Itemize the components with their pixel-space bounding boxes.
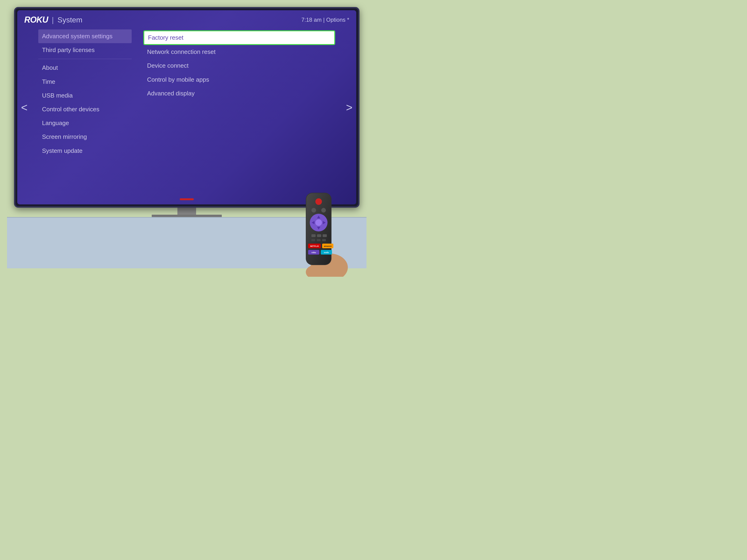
menu-item-control-other-devices[interactable]: Control other devices [38,102,132,116]
svg-point-6 [311,208,316,213]
svg-text:roku: roku [311,251,316,254]
logo-separator: | [52,16,54,24]
roku-logo: ROKU [24,15,48,25]
menu-item-language[interactable]: Language [38,116,132,130]
nav-arrow-left[interactable]: < [21,101,28,114]
nav-arrow-right[interactable]: > [346,101,353,114]
header-options: | Options * [323,17,349,23]
svg-rect-14 [311,234,316,237]
tv-screen: ROKU | System 7:18 am | Options * < > Ad… [17,10,356,205]
header-time-options: 7:18 am | Options * [301,17,349,23]
svg-rect-19 [322,239,326,241]
screen-content: Advanced system settings Third party lic… [24,29,349,200]
svg-rect-17 [311,239,315,241]
right-item-network-connection-reset[interactable]: Network connection reset [143,45,335,59]
remote-area: NETFLIX amazon roku vudu [287,188,348,278]
menu-divider [38,59,132,59]
right-item-advanced-display[interactable]: Advanced display [143,86,335,100]
svg-point-5 [315,198,322,205]
svg-point-7 [321,208,326,213]
page-wrapper: ROKU | System 7:18 am | Options * < > Ad… [7,7,366,273]
svg-rect-18 [317,239,320,241]
roku-logo-area: ROKU | System [24,15,82,25]
svg-rect-15 [317,234,321,237]
svg-text:NETFLIX: NETFLIX [310,245,319,247]
tv-frame: ROKU | System 7:18 am | Options * < > Ad… [14,7,360,208]
system-title: System [57,16,82,24]
tv-stand-neck [177,208,196,215]
remote-svg: NETFLIX amazon roku vudu [287,188,348,277]
menu-item-usb-media[interactable]: USB media [38,89,132,102]
menu-item-third-party-licenses[interactable]: Third party licenses [38,43,132,57]
svg-text:vudu: vudu [324,251,329,254]
header-time: 7:18 am [301,17,322,23]
menu-item-time[interactable]: Time [38,75,132,89]
svg-rect-16 [323,234,327,237]
svg-text:amazon: amazon [324,245,332,247]
right-item-device-connect[interactable]: Device connect [143,59,335,73]
menu-item-screen-mirroring[interactable]: Screen mirroring [38,130,132,144]
right-item-control-by-mobile-apps[interactable]: Control by mobile apps [143,73,335,86]
screen-header: ROKU | System 7:18 am | Options * [24,15,349,25]
right-panel: Factory reset Network connection reset D… [136,29,335,200]
menu-item-advanced-system-settings[interactable]: Advanced system settings [38,29,132,43]
svg-point-9 [315,219,322,226]
right-item-factory-reset[interactable]: Factory reset [143,30,335,45]
left-panel: Advanced system settings Third party lic… [38,29,136,200]
menu-item-about[interactable]: About [38,61,132,75]
tv-indicator-light [180,198,194,200]
menu-item-system-update[interactable]: System update [38,144,132,158]
